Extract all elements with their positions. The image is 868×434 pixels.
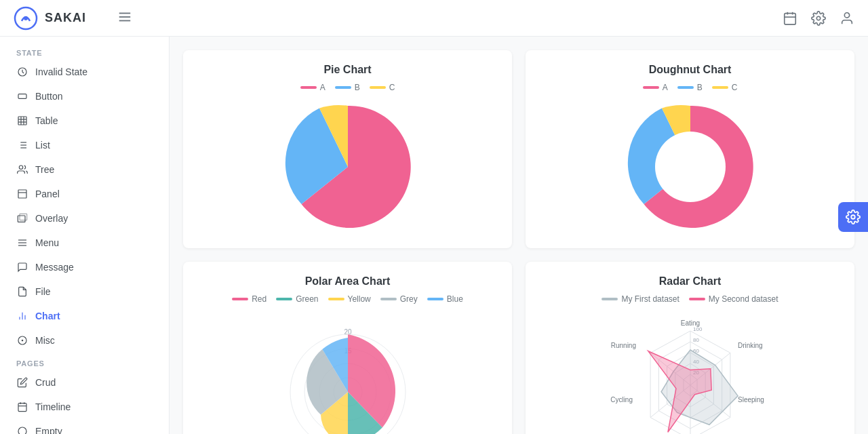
- section-label-pages: PAGES: [0, 353, 169, 370]
- radar-legend-second: My Second dataset: [689, 294, 778, 304]
- pie-chart-legend: A B C: [197, 83, 498, 92]
- empty-icon: [16, 425, 28, 434]
- doughnut-legend-c: C: [712, 83, 738, 92]
- sidebar-item-panel[interactable]: Panel: [0, 182, 169, 206]
- sidebar-item-invalid-state[interactable]: Invalid State: [0, 60, 169, 84]
- list-icon: [16, 139, 28, 151]
- polar-legend-green: Green: [276, 294, 318, 304]
- tree-icon: [16, 163, 28, 176]
- sidebar-item-message[interactable]: Message: [0, 255, 169, 279]
- svg-rect-12: [18, 94, 26, 99]
- section-label-state: State: [0, 42, 169, 60]
- sidebar-item-crud[interactable]: Crud: [0, 370, 169, 395]
- menu-icon: [16, 237, 28, 249]
- doughnut-chart-svg: [539, 99, 841, 235]
- svg-rect-25: [18, 190, 26, 198]
- pie-chart-title: Pie Chart: [197, 64, 498, 76]
- calendar-icon[interactable]: [783, 11, 797, 26]
- settings-icon[interactable]: [811, 11, 826, 26]
- polar-chart-card: Polar Area Chart Red Green Yellow Grey: [183, 262, 512, 434]
- crud-icon: [16, 376, 28, 389]
- pie-legend-c: C: [370, 83, 395, 92]
- svg-point-35: [18, 336, 26, 344]
- polar-chart-svg: 20 15: [197, 311, 498, 434]
- chart-icon: [16, 310, 28, 322]
- hamburger-button[interactable]: [117, 9, 132, 27]
- doughnut-legend-a: A: [643, 83, 668, 92]
- svg-text:Drinking: Drinking: [738, 342, 763, 349]
- sidebar-item-menu[interactable]: Menu: [0, 231, 169, 255]
- sidebar-item-misc[interactable]: Misc: [0, 328, 169, 353]
- sakai-logo-icon: [14, 6, 38, 31]
- svg-point-74: [851, 215, 855, 219]
- logo: SAKAI: [14, 6, 86, 31]
- sidebar-item-chart[interactable]: Chart: [0, 304, 169, 328]
- doughnut-chart-legend: A B C: [539, 83, 841, 92]
- sidebar-item-tree[interactable]: Tree: [0, 157, 169, 182]
- polar-legend-grey: Grey: [380, 294, 418, 304]
- radar-chart-title: Radar Chart: [539, 275, 841, 288]
- svg-text:100: 100: [693, 326, 703, 332]
- topbar: SAKAI: [0, 0, 868, 37]
- file-icon: [16, 285, 28, 298]
- user-icon[interactable]: [840, 11, 854, 26]
- radar-chart-legend: My First dataset My Second dataset: [539, 294, 841, 304]
- sidebar-item-file[interactable]: File: [0, 279, 169, 304]
- polar-legend-blue: Blue: [427, 294, 463, 304]
- sidebar-item-list[interactable]: List: [0, 133, 169, 157]
- pie-legend-b: B: [335, 83, 360, 92]
- sidebar: State Invalid State Button Tab: [0, 37, 170, 434]
- svg-point-10: [844, 12, 849, 17]
- app-layout: State Invalid State Button Tab: [0, 37, 868, 434]
- svg-point-1: [24, 16, 28, 20]
- settings-fab-button[interactable]: [838, 202, 868, 232]
- svg-text:80: 80: [693, 337, 699, 343]
- polar-chart-title: Polar Area Chart: [197, 275, 498, 288]
- button-icon: [16, 90, 28, 102]
- svg-rect-5: [785, 13, 796, 24]
- pie-chart-card: Pie Chart A B C: [183, 50, 512, 248]
- doughnut-chart-title: Doughnut Chart: [539, 64, 841, 76]
- timeline-icon: [16, 401, 28, 413]
- pie-chart-svg: [197, 99, 498, 235]
- panel-icon: [16, 188, 28, 200]
- svg-rect-28: [20, 214, 27, 220]
- logo-text: SAKAI: [45, 11, 86, 25]
- overlay-icon: [16, 212, 28, 224]
- message-icon: [16, 261, 28, 273]
- sidebar-scroll: State Invalid State Button Tab: [0, 37, 169, 434]
- sidebar-item-button[interactable]: Button: [0, 84, 169, 108]
- main-content: Pie Chart A B C: [170, 37, 868, 434]
- topbar-icons: [783, 11, 854, 26]
- svg-point-9: [816, 16, 821, 20]
- sidebar-item-empty[interactable]: Empty: [0, 419, 169, 434]
- svg-rect-27: [18, 216, 25, 222]
- radar-chart-svg: 20 40 60 80 100: [539, 311, 841, 434]
- pie-legend-a: A: [300, 83, 326, 92]
- svg-rect-13: [18, 117, 26, 125]
- polar-legend-yellow: Yellow: [328, 294, 371, 304]
- svg-text:Cycling: Cycling: [610, 396, 633, 403]
- polar-chart-legend: Red Green Yellow Grey Blue: [197, 294, 498, 304]
- clock-icon: [16, 66, 28, 78]
- svg-rect-37: [18, 403, 26, 412]
- sidebar-item-timeline[interactable]: Timeline: [0, 395, 169, 419]
- radar-chart-card: Radar Chart My First dataset My Second d…: [526, 262, 854, 434]
- doughnut-chart-card: Doughnut Chart A B C: [526, 50, 854, 248]
- svg-point-41: [18, 427, 26, 434]
- misc-icon: [16, 334, 28, 347]
- radar-legend-first: My First dataset: [601, 294, 679, 304]
- doughnut-legend-b: B: [677, 83, 703, 92]
- svg-point-42: [655, 132, 726, 202]
- svg-text:Sleeping: Sleeping: [738, 396, 764, 403]
- svg-text:Running: Running: [610, 342, 635, 349]
- polar-legend-red: Red: [232, 294, 267, 304]
- svg-point-24: [19, 165, 22, 169]
- sidebar-item-table[interactable]: Table: [0, 108, 169, 133]
- svg-text:Eating: Eating: [680, 319, 699, 327]
- sidebar-item-overlay[interactable]: Overlay: [0, 206, 169, 231]
- svg-point-36: [22, 340, 22, 340]
- table-icon: [16, 115, 28, 127]
